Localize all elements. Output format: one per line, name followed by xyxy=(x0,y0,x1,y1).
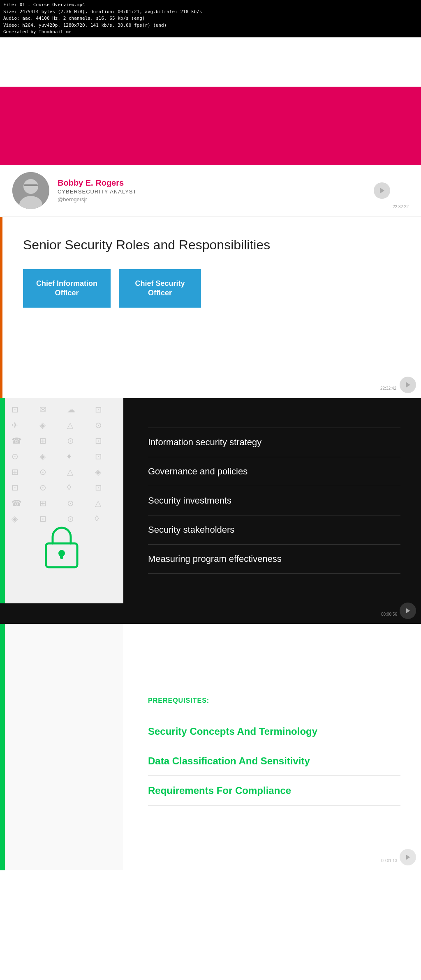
roles-section-wrapper: Senior Security Roles and Responsibiliti… xyxy=(0,217,421,398)
icon-cell: ☎ xyxy=(12,498,34,508)
icon-cell: ⊞ xyxy=(39,436,62,446)
topics-section: ⊡ ✉ ☁ ⊡ ✈ ◈ △ ⊙ ☎ ⊞ ⊙ ⊡ ⊙ ◈ ♦ ⊡ ⊞ ⊙ △ ◈ xyxy=(0,398,421,603)
play-button-instructor[interactable] xyxy=(374,182,390,199)
icon-cell: △ xyxy=(95,498,117,508)
instructor-handle: @berogersjr xyxy=(58,196,136,202)
file-info-bar: File: 01 - Course Overview.mp4 Size: 247… xyxy=(0,0,421,37)
avatar xyxy=(12,172,49,209)
prereqs-content: PREREQUISITES: Security Concepts And Ter… xyxy=(123,624,421,870)
icon-cell: ⊡ xyxy=(39,514,62,524)
icon-cell: ✉ xyxy=(39,405,62,414)
icon-cell: ⊙ xyxy=(12,451,34,461)
icon-grid: ⊡ ✉ ☁ ⊡ ✈ ◈ △ ⊙ ☎ ⊞ ⊙ ⊡ ⊙ ◈ ♦ ⊡ ⊞ ⊙ △ ◈ xyxy=(0,398,123,603)
prereq-item-2: Data Classification And Sensitivity xyxy=(148,746,400,776)
topics-icon-panel: ⊡ ✉ ☁ ⊡ ✈ ◈ △ ⊙ ☎ ⊞ ⊙ ⊡ ⊙ ◈ ♦ ⊡ ⊞ ⊙ △ ◈ xyxy=(0,398,123,603)
svg-marker-4 xyxy=(380,188,385,193)
icon-cell: ⊡ xyxy=(95,405,117,414)
icon-cell: ☁ xyxy=(67,405,89,414)
topic-item-4: Security stakeholders xyxy=(148,515,400,545)
timestamp-3: 00:00:56 xyxy=(381,612,397,617)
instructor-section: Bobby E. Rogers CYBERSECURITY ANALYST @b… xyxy=(0,165,421,217)
icon-cell: ⊙ xyxy=(67,514,89,524)
play-button-roles[interactable] xyxy=(400,377,416,393)
play-button-prereqs[interactable] xyxy=(400,849,416,865)
icon-cell: ⊡ xyxy=(95,451,117,461)
play-icon-topics xyxy=(405,607,411,614)
icon-cell: ⊡ xyxy=(95,483,117,492)
play-button-topics[interactable] xyxy=(400,603,416,619)
roles-section: Senior Security Roles and Responsibiliti… xyxy=(0,217,421,324)
icon-cell: ✈ xyxy=(12,420,34,430)
svg-marker-5 xyxy=(406,382,411,388)
icon-cell: ⊙ xyxy=(67,498,89,508)
icon-cell: ⊞ xyxy=(12,467,34,477)
svg-marker-9 xyxy=(406,608,410,613)
icon-cell: ⊡ xyxy=(12,405,34,414)
pink-banner xyxy=(0,87,421,165)
timestamp-2: 22:32:42 xyxy=(380,386,396,391)
lock-icon-container xyxy=(41,524,82,571)
icon-cell: ◊ xyxy=(67,483,89,492)
svg-marker-10 xyxy=(406,855,410,860)
file-info-line2: Size: 2475414 bytes (2.36 MiB), duration… xyxy=(3,9,418,16)
icon-cell: ⊙ xyxy=(95,420,117,430)
icon-cell: △ xyxy=(67,467,89,477)
icon-cell: ⊙ xyxy=(39,483,62,492)
icon-cell: ⊙ xyxy=(67,436,89,446)
cio-button[interactable]: Chief Information Officer xyxy=(23,269,111,308)
prereqs-green-bar xyxy=(0,624,5,870)
icon-cell: ☎ xyxy=(12,436,34,446)
roles-section-title: Senior Security Roles and Responsibiliti… xyxy=(23,237,405,253)
icon-cell: ♦ xyxy=(67,451,89,461)
icon-cell: ⊙ xyxy=(39,467,62,477)
topics-bottom-bar: 00:00:56 xyxy=(0,603,421,624)
topics-section-wrapper: ⊡ ✉ ☁ ⊡ ✈ ◈ △ ⊙ ☎ ⊞ ⊙ ⊡ ⊙ ◈ ♦ ⊡ ⊞ ⊙ △ ◈ xyxy=(0,398,421,624)
file-info-line4: Video: h264, yuv420p, 1280x720, 141 kb/s… xyxy=(3,22,418,29)
topic-item-5: Measuring program effectiveness xyxy=(148,545,400,574)
icon-cell: ◈ xyxy=(95,467,117,477)
lock-icon-big xyxy=(41,524,82,569)
icon-cell: △ xyxy=(67,420,89,430)
instructor-info: Bobby E. Rogers CYBERSECURITY ANALYST @b… xyxy=(58,178,136,202)
play-icon-prereqs xyxy=(405,854,411,860)
icon-cell: ◈ xyxy=(12,514,34,524)
white-space-top xyxy=(0,37,421,87)
topic-item-1: Information security strategy xyxy=(148,428,400,457)
roles-buttons: Chief Information Officer Chief Security… xyxy=(23,269,405,308)
file-info-line5: Generated by Thumbnail me xyxy=(3,29,418,36)
svg-rect-8 xyxy=(60,553,63,559)
play-icon-roles xyxy=(404,381,412,389)
prereq-item-3: Requirements For Compliance xyxy=(148,776,400,805)
icon-cell: ⊞ xyxy=(39,498,62,508)
roles-section-bottom: 22:32:42 xyxy=(0,324,421,398)
timestamp-1: 22:32:22 xyxy=(393,205,409,209)
instructor-name: Bobby E. Rogers xyxy=(58,178,136,188)
topics-list-panel: Information security strategy Governance… xyxy=(123,398,421,603)
topic-item-2: Governance and policies xyxy=(148,457,400,486)
prereqs-section: PREREQUISITES: Security Concepts And Ter… xyxy=(0,624,421,870)
prereq-item-1: Security Concepts And Terminology xyxy=(148,717,400,746)
prereqs-label: PREREQUISITES: xyxy=(148,697,400,704)
topic-item-3: Security investments xyxy=(148,486,400,515)
file-info-line3: Audio: aac, 44100 Hz, 2 channels, s16, 6… xyxy=(3,15,418,22)
icon-cell: ◈ xyxy=(39,420,62,430)
instructor-title: CYBERSECURITY ANALYST xyxy=(58,189,136,195)
icon-cell: ⊡ xyxy=(95,436,117,446)
svg-rect-3 xyxy=(24,184,38,186)
svg-point-1 xyxy=(23,179,38,194)
icon-cell: ◈ xyxy=(39,451,62,461)
icon-cell: ⊡ xyxy=(12,483,34,492)
icon-cell: ◊ xyxy=(95,514,117,524)
timestamp-4: 00:01:13 xyxy=(381,858,397,863)
prereqs-icon-panel xyxy=(0,624,123,870)
file-info-line1: File: 01 - Course Overview.mp4 xyxy=(3,2,418,9)
play-icon xyxy=(378,187,386,194)
cso-button[interactable]: Chief Security Officer xyxy=(119,269,201,308)
